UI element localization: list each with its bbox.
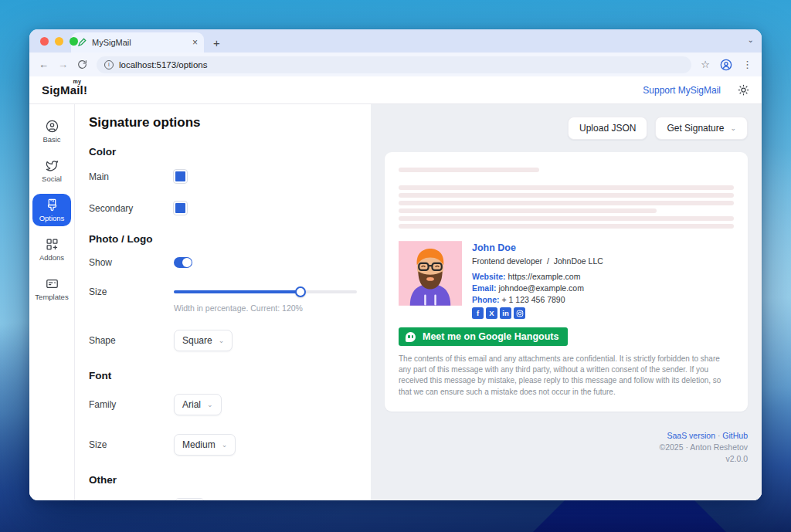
sidebar-item-label: Addons xyxy=(39,253,64,262)
photo-shape-select[interactable]: Square ⌄ xyxy=(174,330,233,351)
preview-pane: Upload JSON Get Signature ⌄ xyxy=(371,104,762,500)
page-title: Signature options xyxy=(89,115,357,130)
get-signature-button[interactable]: Get Signature ⌄ xyxy=(655,117,748,140)
sidebar-item-options[interactable]: Options xyxy=(32,194,71,226)
template-panel-icon xyxy=(46,277,59,290)
slider-thumb[interactable] xyxy=(295,286,306,297)
company-name: JohnDoe LLC xyxy=(554,256,603,266)
window-controls xyxy=(40,37,78,46)
profile-icon[interactable] xyxy=(720,59,732,71)
font-family-select[interactable]: Arial ⌄ xyxy=(174,394,222,415)
app-footer: SaaS version · GitHub ©2025 · Anton Resh… xyxy=(385,430,748,466)
upload-json-button[interactable]: Upload JSON xyxy=(568,117,647,140)
font-size-select[interactable]: Medium ⌄ xyxy=(174,434,236,456)
footer-copyright: ©2025 · Anton Reshetov xyxy=(385,442,748,453)
reload-icon[interactable] xyxy=(77,59,87,69)
placeholder-line xyxy=(399,193,734,198)
linkedin-icon[interactable]: in xyxy=(500,307,511,319)
sidebar-item-templates[interactable]: Templates xyxy=(32,273,71,305)
photo-size-label: Size xyxy=(89,286,174,297)
main-color-label: Main xyxy=(89,171,174,182)
support-link[interactable]: Support MySigMail xyxy=(643,85,721,96)
pen-favicon-icon xyxy=(77,38,87,47)
signature-options-form: Signature options Color Main Secondary P… xyxy=(75,104,371,500)
footer-separator: · xyxy=(718,431,721,440)
sidebar-item-basic[interactable]: Basic xyxy=(32,115,71,147)
show-photo-toggle[interactable] xyxy=(174,257,192,268)
confidentiality-disclaimer: The contents of this email and any attac… xyxy=(399,354,734,398)
facebook-icon[interactable]: f xyxy=(472,307,484,319)
chevron-down-icon: ⌄ xyxy=(730,124,736,132)
placeholder-line xyxy=(399,185,734,190)
hangouts-icon xyxy=(406,332,416,342)
close-window-button[interactable] xyxy=(40,37,49,46)
minimize-window-button[interactable] xyxy=(55,37,63,46)
address-bar-actions: ☆ ⋮ xyxy=(701,59,752,71)
sidebar-item-label: Basic xyxy=(42,135,60,144)
browser-tab-strip: MySigMail × + ⌄ xyxy=(29,29,762,53)
browser-address-bar: ← → i localhost:5173/options ☆ ⋮ xyxy=(29,53,762,76)
app-header-actions: Support MySigMail xyxy=(643,84,749,96)
sidebar-item-label: Templates xyxy=(35,293,68,301)
photo-shape-value: Square xyxy=(182,335,212,346)
instagram-icon[interactable] xyxy=(514,307,525,319)
email-line: Email: johndoe@example.com xyxy=(472,283,603,293)
job-separator-select[interactable]: / ⌄ xyxy=(174,498,205,500)
new-tab-button[interactable]: + xyxy=(213,36,220,49)
bookmark-star-icon[interactable]: ☆ xyxy=(701,59,710,70)
user-circle-icon xyxy=(46,120,59,133)
social-icons: f X in xyxy=(472,307,603,319)
wallpaper-shape xyxy=(533,497,726,532)
font-family-label: Family xyxy=(89,399,174,410)
browser-tab[interactable]: MySigMail × xyxy=(71,32,204,53)
url-input[interactable]: i localhost:5173/options xyxy=(97,56,691,73)
footer-links-line: SaaS version · GitHub xyxy=(385,430,748,442)
photo-section-heading: Photo / Logo xyxy=(89,233,357,245)
app-header: my SigMail! Support MySigMail xyxy=(29,76,762,104)
photo-shape-label: Shape xyxy=(89,335,174,346)
photo-size-hint: Width in percentage. Current: 120% xyxy=(174,303,357,313)
photo-size-slider[interactable] xyxy=(174,286,357,297)
mysigmail-logo[interactable]: my SigMail! xyxy=(42,83,87,97)
url-text: localhost:5173/options xyxy=(119,60,207,69)
theme-sun-icon[interactable] xyxy=(738,84,749,96)
font-section-heading: Font xyxy=(89,370,357,381)
site-info-icon[interactable]: i xyxy=(104,60,114,69)
chevron-down-icon: ⌄ xyxy=(222,441,228,449)
email-label: Email: xyxy=(472,283,497,293)
browser-window: MySigMail × + ⌄ ← → i localhost:5173/opt… xyxy=(29,29,762,500)
back-icon[interactable]: ← xyxy=(39,59,49,70)
hangouts-button[interactable]: Meet me on Google Hangouts xyxy=(399,327,568,346)
saas-version-link[interactable]: SaaS version xyxy=(667,431,715,440)
browser-menu-icon[interactable]: ⋮ xyxy=(742,59,752,70)
x-icon[interactable]: X xyxy=(486,307,497,319)
get-signature-label: Get Signature xyxy=(667,123,724,134)
sidebar-item-label: Options xyxy=(39,214,65,222)
twitter-bird-icon xyxy=(46,159,59,172)
placeholder-line xyxy=(399,216,734,221)
sidebar-item-social[interactable]: Social xyxy=(32,154,71,187)
toggle-knob xyxy=(182,258,192,267)
sidebar-item-addons[interactable]: Addons xyxy=(32,233,71,266)
forward-icon[interactable]: → xyxy=(58,59,68,70)
signature-preview: John Doe Frontend developer / JohnDoe LL… xyxy=(399,241,734,319)
close-tab-icon[interactable]: × xyxy=(192,37,198,48)
slider-fill xyxy=(174,290,300,293)
tab-search-chevron-icon[interactable]: ⌄ xyxy=(748,36,754,44)
tab-title: MySigMail xyxy=(92,38,187,47)
email-value[interactable]: johndoe@example.com xyxy=(498,283,583,293)
hangouts-label: Meet me on Google Hangouts xyxy=(423,331,558,342)
secondary-color-swatch[interactable] xyxy=(174,202,187,215)
grid-plus-icon xyxy=(46,238,59,251)
placeholder-line xyxy=(399,201,734,205)
website-value[interactable]: https://example.com xyxy=(508,272,581,281)
placeholder-lines xyxy=(399,185,734,229)
avatar xyxy=(399,241,462,306)
github-link[interactable]: GitHub xyxy=(722,431,748,440)
phone-label: Phone: xyxy=(472,295,500,304)
zoom-window-button[interactable] xyxy=(70,37,78,46)
website-line: Website: https://example.com xyxy=(472,272,603,281)
phone-value: + 1 123 456 7890 xyxy=(502,295,565,304)
main-color-swatch[interactable] xyxy=(174,170,187,183)
desktop-wallpaper: MySigMail × + ⌄ ← → i localhost:5173/opt… xyxy=(0,0,791,532)
